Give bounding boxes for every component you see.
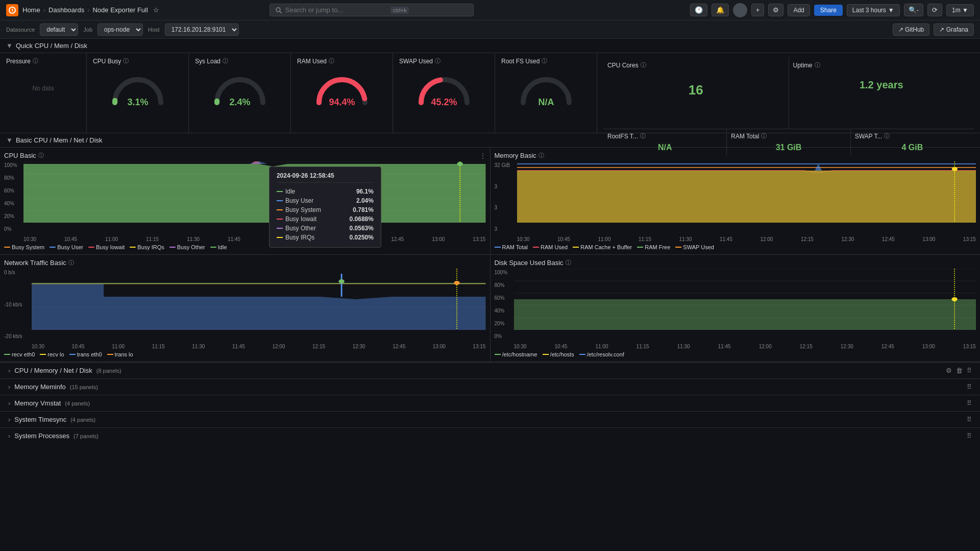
svg-marker-25: [517, 171, 976, 223]
interval-picker[interactable]: 1m ▼: [946, 4, 974, 16]
ram-total-title: RAM Total: [731, 133, 759, 140]
delete-icon[interactable]: 🗑: [956, 367, 963, 374]
disk-legend: /etc/hostname /etc/hosts /etc/resolv.con…: [495, 351, 976, 357]
cpu-basic-menu-icon[interactable]: ⋮: [480, 152, 486, 159]
uptime-info-icon[interactable]: ⓘ: [815, 61, 820, 69]
github-button[interactable]: ↗ GitHub: [893, 23, 930, 36]
uptime-value: 1.2 years: [793, 72, 970, 91]
cpu-cores-info-icon[interactable]: ⓘ: [641, 61, 646, 69]
settings-icon[interactable]: ⚙: [946, 367, 952, 374]
history-button[interactable]: 🕐: [690, 4, 707, 16]
svg-text:2.4%: 2.4%: [229, 97, 250, 107]
svg-point-38: [338, 279, 344, 283]
root-fs-panel: Root FS Used ⓘ N/A: [495, 53, 597, 133]
disk-space-info-icon[interactable]: ⓘ: [566, 259, 571, 267]
host-select[interactable]: 172.16.201.28:9101: [165, 23, 239, 36]
drag-icon: ⠿: [967, 416, 972, 423]
section-badge: (8 panels): [96, 368, 121, 374]
zoom-out-button[interactable]: 🔍-: [904, 4, 923, 16]
quick-stats-row: Pressure ⓘ No data CPU Busy ⓘ 3.1% Sys L…: [0, 53, 980, 133]
legend-hosts: /etc/hosts: [543, 351, 574, 357]
alert-button[interactable]: 🔔: [712, 4, 729, 16]
refresh-button[interactable]: ⟳: [927, 4, 942, 16]
memory-info-icon[interactable]: ⓘ: [538, 152, 544, 159]
filterbar: Datasource default Job ops-node Host 172…: [0, 20, 980, 39]
rootfs-total-info-icon[interactable]: ⓘ: [640, 132, 646, 140]
drag-icon: ⠿: [967, 399, 972, 407]
pressure-panel: Pressure ⓘ No data: [0, 53, 87, 133]
grafana-button[interactable]: ↗ Grafana: [934, 23, 974, 36]
svg-point-27: [951, 167, 957, 171]
ram-total-info-icon[interactable]: ⓘ: [761, 132, 767, 140]
share-button[interactable]: Share: [814, 5, 843, 16]
memory-vmstat-section[interactable]: › Memory Vmstat (4 panels) ⠿: [0, 395, 980, 411]
cpu-busy-gauge: 3.1%: [93, 68, 182, 112]
swap-total-info-icon[interactable]: ⓘ: [884, 132, 890, 140]
memory-basic-title: Memory Basic: [495, 152, 536, 159]
collapsible-sections: › CPU / Memory / Net / Disk (8 panels) ⚙…: [0, 362, 980, 444]
root-fs-info-icon[interactable]: ⓘ: [542, 57, 547, 65]
network-info-icon[interactable]: ⓘ: [68, 259, 74, 267]
disk-space-chart: 100% 80% 60% 40% 20% 0% 1: [495, 269, 976, 340]
ram-used-info-icon[interactable]: ⓘ: [329, 57, 334, 65]
time-range-label: Last 3 hours: [852, 7, 886, 14]
chevron-icon: ›: [8, 383, 10, 391]
datasource-label: Datasource: [6, 27, 35, 33]
time-range-picker[interactable]: Last 3 hours ▼: [847, 4, 900, 16]
dashboards-link[interactable]: Dashboards: [48, 6, 84, 14]
cpu-basic-panel: CPU Basic ⓘ ⋮ 100% 80% 60% 40% 20% 0%: [0, 148, 491, 254]
quick-section-header[interactable]: ▼ Quick CPU / Mem / Disk: [0, 39, 980, 53]
search-bar[interactable]: ctrl+k: [270, 4, 474, 16]
network-panel: Network Traffic Basic ⓘ 0 b/s -10 kb/s -…: [0, 255, 491, 362]
quick-section-chevron: ▼: [6, 42, 13, 50]
network-legend: recv eth0 recv lo trans eth0 trans lo: [4, 351, 486, 357]
cpu-cores-title: CPU Cores: [607, 62, 639, 69]
chevron-icon: ›: [8, 432, 10, 440]
charts-row-1: CPU Basic ⓘ ⋮ 100% 80% 60% 40% 20% 0%: [0, 148, 980, 255]
search-icon: [275, 7, 282, 14]
busy-irqs-color: [277, 237, 283, 238]
tooltip-row-idle: Idle 96.1%: [277, 187, 374, 196]
tooltip-row-busy-other: Busy Other 0.0563%: [277, 224, 374, 233]
svg-text:45.2%: 45.2%: [431, 97, 457, 107]
cpu-basic-chart: 100% 80% 60% 40% 20% 0%: [4, 161, 486, 233]
legend-resolv: /etc/resolv.conf: [579, 351, 624, 357]
ram-used-gauge: 94.4%: [297, 68, 386, 112]
host-label: Host: [148, 27, 160, 33]
svg-text:3.1%: 3.1%: [127, 97, 148, 107]
sys-load-gauge: 2.4%: [195, 68, 284, 112]
search-input[interactable]: [285, 6, 387, 14]
home-link[interactable]: Home: [22, 6, 40, 14]
pressure-info-icon[interactable]: ⓘ: [33, 57, 38, 65]
system-timesync-section[interactable]: › System Timesync (4 panels) ⠿: [0, 411, 980, 427]
cpu-memory-net-disk-section[interactable]: › CPU / Memory / Net / Disk (8 panels) ⚙…: [0, 362, 980, 378]
cpu-basic-info-icon[interactable]: ⓘ: [38, 152, 44, 159]
network-chart: 0 b/s -10 kb/s -20 kb/s: [4, 269, 486, 340]
section-badge: (15 panels): [70, 384, 98, 390]
user-button[interactable]: [733, 3, 747, 17]
ram-used-title: RAM Used: [297, 58, 327, 65]
tooltip-row-busy-iowait: Busy Iowait 0.0688%: [277, 214, 374, 224]
section-title: CPU / Memory / Net / Disk: [14, 367, 92, 374]
memory-meminfo-section[interactable]: › Memory Meminfo (15 panels) ⠿: [0, 378, 980, 395]
legend-idle: Idle: [210, 244, 227, 250]
star-icon[interactable]: ☆: [153, 6, 159, 14]
svg-marker-32: [32, 283, 486, 284]
sys-load-info-icon[interactable]: ⓘ: [223, 57, 228, 65]
settings-button[interactable]: ⚙: [768, 4, 783, 16]
disk-space-panel: Disk Space Used Basic ⓘ 100% 80% 60% 40%…: [491, 255, 981, 362]
add-button[interactable]: Add: [788, 4, 810, 16]
datasource-select[interactable]: default: [40, 23, 78, 36]
add-panel-button[interactable]: +: [751, 4, 765, 16]
job-select[interactable]: ops-node: [97, 23, 143, 36]
cpu-busy-info-icon[interactable]: ⓘ: [123, 57, 129, 65]
system-processes-section[interactable]: › System Processes (7 panels) ⠿: [0, 427, 980, 444]
swap-used-panel: SWAP Used ⓘ 45.2%: [393, 53, 495, 133]
swap-used-info-icon[interactable]: ⓘ: [435, 57, 440, 65]
svg-marker-33: [32, 284, 486, 330]
topbar-actions: 🕐 🔔 + ⚙ Add Share Last 3 hours ▼ 🔍- ⟳ 1m…: [690, 3, 974, 17]
section-badge: (4 panels): [70, 417, 95, 423]
breadcrumb: Home › Dashboards › Node Exporter Full ☆: [22, 6, 159, 14]
busy-user-color: [277, 200, 283, 201]
legend-trans-lo: trans lo: [107, 351, 133, 357]
